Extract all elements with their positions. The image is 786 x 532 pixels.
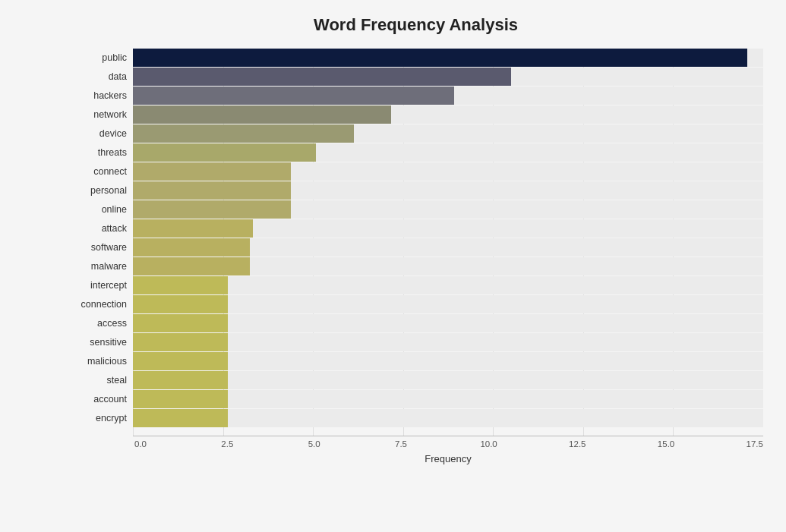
bar-label: personal <box>68 185 133 196</box>
bar-row: access <box>68 314 763 332</box>
bar-label: connect <box>68 166 133 177</box>
bar-label: access <box>68 318 133 329</box>
bar-row: intercept <box>68 276 763 294</box>
bar-fill <box>133 181 291 200</box>
bar-label: threats <box>68 147 133 158</box>
bar-label: sensitive <box>68 337 133 348</box>
bar-fill <box>133 409 228 427</box>
bar-fill <box>133 87 454 105</box>
bar-label: online <box>68 204 133 215</box>
bar-label: intercept <box>68 280 133 291</box>
bar-row: malicious <box>68 352 763 370</box>
x-tick: 7.5 <box>393 439 409 449</box>
bar-fill <box>133 257 250 275</box>
x-tick: 17.5 <box>747 439 763 449</box>
bar-label: attack <box>68 223 133 234</box>
bar-fill <box>133 238 250 257</box>
bar-label: network <box>68 109 133 120</box>
x-tick: 15.0 <box>658 439 674 449</box>
bar-row: account <box>68 390 763 408</box>
bar-label: hackers <box>68 90 133 101</box>
bar-fill <box>133 333 228 351</box>
bar-row: connection <box>68 295 763 313</box>
bar-fill <box>133 352 228 370</box>
bar-row: steal <box>68 371 763 389</box>
bar-label: malicious <box>68 356 133 367</box>
bar-row: hackers <box>68 87 763 105</box>
x-tick: 10.0 <box>480 439 497 449</box>
bar-row: software <box>68 238 763 257</box>
bar-row: device <box>68 124 763 143</box>
bar-fill <box>133 314 228 332</box>
bar-fill <box>133 219 253 238</box>
bar-row: malware <box>68 257 763 275</box>
bar-fill <box>133 143 316 162</box>
x-tick: 2.5 <box>219 439 235 449</box>
bar-row: data <box>68 68 763 86</box>
bar-row: network <box>68 105 763 124</box>
bar-row: threats <box>68 143 763 162</box>
bar-fill <box>133 371 228 389</box>
x-tick: 12.5 <box>569 439 586 449</box>
bar-label: device <box>68 128 133 139</box>
bar-label: encrypt <box>68 413 133 423</box>
bar-fill <box>133 390 228 408</box>
bar-row: sensitive <box>68 333 763 351</box>
bar-label: steal <box>68 375 133 386</box>
bar-label: connection <box>68 299 133 310</box>
bar-row: attack <box>68 219 763 238</box>
bar-row: personal <box>68 181 763 200</box>
bar-row: online <box>68 200 763 219</box>
x-axis-label: Frequency <box>133 453 763 464</box>
bar-fill <box>133 105 391 124</box>
bar-fill <box>133 49 747 67</box>
bar-fill <box>133 124 354 143</box>
bar-fill <box>133 276 228 294</box>
bar-fill <box>133 295 228 313</box>
bar-row: public <box>68 49 763 67</box>
bar-row: connect <box>68 162 763 181</box>
bar-label: software <box>68 242 133 253</box>
x-tick: 0.0 <box>133 439 148 449</box>
bar-label: public <box>68 52 133 63</box>
bar-fill <box>133 162 291 181</box>
bar-label: data <box>68 71 133 82</box>
bar-fill <box>133 200 291 219</box>
bar-row: encrypt <box>68 409 763 427</box>
bar-label: malware <box>68 261 133 272</box>
chart-title: Word Frequency Analysis <box>68 15 763 35</box>
chart-container: Word Frequency Analysis publicdatahacker… <box>0 0 786 532</box>
bar-label: account <box>68 394 133 405</box>
x-tick: 5.0 <box>307 439 322 449</box>
bar-fill <box>133 68 511 86</box>
